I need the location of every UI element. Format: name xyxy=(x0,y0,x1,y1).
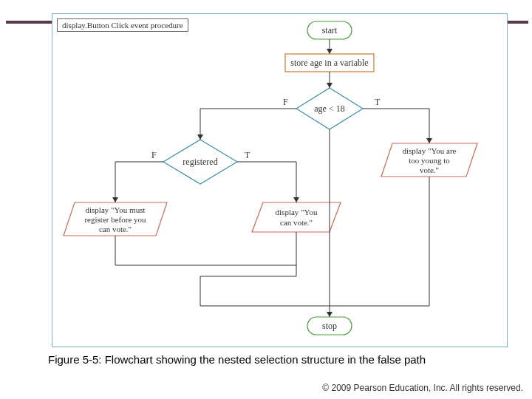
svg-marker-15 xyxy=(197,134,203,140)
copyright-footer: © 2009 Pearson Education, Inc. All right… xyxy=(322,383,523,393)
figure-frame: display.Button Click event procedure sta… xyxy=(52,13,508,347)
node-too-young: display "You are too young to vote." xyxy=(381,143,477,177)
label-reg-true: T xyxy=(245,150,250,160)
svg-marker-23 xyxy=(112,197,118,202)
node-start: start xyxy=(307,21,352,39)
svg-text:store age in a variable: store age in a variable xyxy=(290,58,368,68)
svg-text:age < 18: age < 18 xyxy=(314,103,344,114)
label-age-true: T xyxy=(375,97,381,107)
node-decision-registered: registered xyxy=(163,140,237,184)
svg-text:display "You are: display "You are xyxy=(402,146,456,155)
svg-text:vote.": vote." xyxy=(420,166,439,174)
svg-marker-19 xyxy=(252,202,341,232)
svg-text:registered: registered xyxy=(183,157,217,167)
svg-text:display "You must: display "You must xyxy=(85,205,145,214)
label-reg-false: F xyxy=(151,150,157,160)
svg-marker-7 xyxy=(327,83,332,88)
svg-marker-10 xyxy=(426,138,432,143)
node-decision-age: age < 18 xyxy=(296,88,363,129)
svg-text:too young to: too young to xyxy=(409,156,450,165)
svg-marker-29 xyxy=(327,312,332,317)
figure-caption: Figure 5-5: Flowchart showing the nested… xyxy=(48,353,426,366)
svg-text:register before you: register before you xyxy=(84,215,146,224)
svg-text:display "You: display "You xyxy=(276,208,318,216)
accent-bar-right xyxy=(506,21,528,24)
node-store-age: store age in a variable xyxy=(285,54,374,72)
label-age-false: F xyxy=(283,97,288,107)
node-must-register: display "You must register before you ca… xyxy=(64,202,167,236)
node-can-vote: display "You can vote." xyxy=(252,202,341,232)
node-stop: stop xyxy=(307,317,352,335)
accent-bar-left xyxy=(6,21,52,24)
svg-text:start: start xyxy=(322,25,338,35)
svg-marker-3 xyxy=(327,49,332,54)
svg-text:stop: stop xyxy=(322,321,337,331)
svg-text:can vote.": can vote." xyxy=(99,225,132,233)
flowchart-svg: start store age in a variable age < 18 F… xyxy=(52,14,507,347)
svg-marker-18 xyxy=(293,197,299,202)
svg-text:can vote.": can vote." xyxy=(280,218,313,227)
